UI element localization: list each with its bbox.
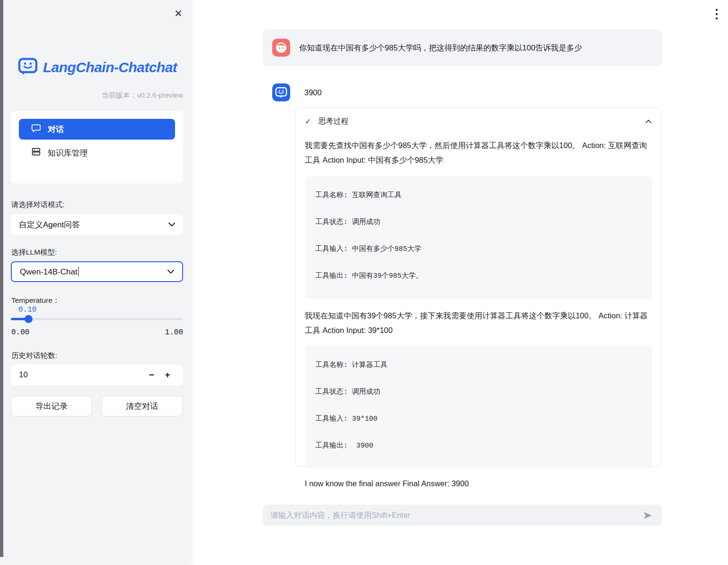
tool-line: 工具输入: 中国有多少个985大学 [315, 244, 642, 253]
sidebar-item-label: 知识库管理 [48, 148, 88, 158]
kebab-dot [716, 17, 718, 19]
clear-dialogue-button[interactable]: 清空对话 [101, 396, 183, 416]
final-answer-text: I now know the final answer Final Answer… [305, 479, 652, 488]
history-rounds-label: 历史对话轮数: [11, 351, 57, 361]
temperature-max: 1.00 [165, 328, 183, 337]
chevron-down-icon [168, 220, 176, 229]
sidebar-close-icon[interactable]: ✕ [171, 7, 185, 21]
kebab-dot [716, 9, 718, 11]
app-logo: LangChain-Chatchat [18, 58, 183, 77]
chevron-down-icon [167, 267, 175, 276]
llm-model-label: 选择LLM模型: [11, 248, 57, 258]
temperature-label: Temperature： [11, 296, 60, 306]
dialog-mode-select[interactable]: 自定义Agent问答 [11, 214, 183, 235]
tool-line: 工具输出: 中国有39个985大学。 [315, 271, 642, 280]
tool-line: 工具名称: 计算器工具 [315, 360, 642, 369]
database-stack-icon [31, 147, 41, 159]
thought-paragraph-1: 我需要先查找中国有多少个985大学，然后使用计算器工具将这个数字乘以100。 A… [305, 138, 652, 168]
user-avatar [272, 39, 290, 57]
expander-header[interactable]: ✓ 思考过程 [305, 108, 652, 134]
tool-line: 工具名称: 互联网查询工具 [315, 191, 642, 199]
main-area: 你知道现在中国有多少个985大学吗，把这得到的结果的数字乘以100告诉我是多少 … [192, 0, 728, 565]
version-value: v0.2.6-preview [137, 91, 183, 99]
tool-line: 工具状态: 调用成功 [315, 217, 642, 226]
check-icon: ✓ [305, 117, 311, 126]
tool-line: 工具输出: 3900 [315, 441, 642, 450]
sidebar-item-label: 对话 [48, 124, 64, 135]
kebab-dot [716, 13, 718, 15]
sidebar: ✕ LangChain-Chatchat 当前版本：v0.2.6-preview… [0, 0, 192, 565]
logo-chat-icon [18, 58, 38, 77]
history-rounds-value: 10 [19, 370, 28, 380]
slider-thumb[interactable] [25, 315, 33, 323]
bot-avatar [272, 83, 290, 101]
nav-card: 对话 知识库管理 [11, 111, 183, 183]
tool-line: 工具状态: 调用成功 [315, 387, 642, 396]
thought-paragraph-2: 我现在知道中国有39个985大学，接下来我需要使用计算器工具将这个数字乘以100… [305, 308, 652, 338]
history-rounds-input[interactable]: 10 − + [11, 365, 183, 385]
send-icon[interactable] [641, 509, 654, 522]
export-records-button[interactable]: 导出记录 [11, 396, 92, 416]
kebab-menu-icon[interactable] [711, 8, 722, 21]
chat-input[interactable]: 请输入对话内容，换行请使用Shift+Enter [263, 505, 662, 526]
logo-wordmark: LangChain-Chatchat [43, 59, 177, 75]
window-edge-strip [0, 0, 3, 557]
increment-button[interactable]: + [159, 367, 176, 383]
assistant-message-text: 3900 [304, 86, 322, 99]
chat-input-placeholder: 请输入对话内容，换行请使用Shift+Enter [270, 510, 641, 521]
version-text: 当前版本：v0.2.6-preview [9, 91, 183, 100]
thinking-expander: ✓ 思考过程 我需要先查找中国有多少个985大学，然后使用计算器工具将这个数字乘… [295, 108, 662, 467]
assistant-message: 3900 [263, 83, 662, 101]
temperature-min: 0.00 [11, 328, 29, 337]
chevron-up-icon[interactable] [645, 117, 652, 125]
decrement-button[interactable]: − [143, 367, 159, 383]
chat-bubble-icon [31, 123, 41, 135]
user-message-text: 你知道现在中国有多少个985大学吗，把这得到的结果的数字乘以100告诉我是多少 [299, 42, 582, 54]
text-cursor [78, 266, 79, 276]
tool-call-block-2: 工具名称: 计算器工具 工具状态: 调用成功 工具输入: 39*100 工具输出… [305, 346, 652, 469]
dialog-mode-value: 自定义Agent问答 [19, 219, 80, 230]
sidebar-item-dialogue[interactable]: 对话 [19, 119, 175, 140]
tool-line: 工具输入: 39*100 [315, 414, 642, 423]
temperature-slider[interactable] [11, 318, 183, 320]
expander-title: 思考过程 [318, 116, 638, 126]
tool-call-block-1: 工具名称: 互联网查询工具 工具状态: 调用成功 工具输入: 中国有多少个985… [305, 176, 652, 299]
user-message: 你知道现在中国有多少个985大学吗，把这得到的结果的数字乘以100告诉我是多少 [263, 29, 662, 66]
llm-model-value: Qwen-14B-Chat [20, 266, 79, 277]
sidebar-item-knowledge-base[interactable]: 知识库管理 [19, 142, 175, 163]
dialog-mode-label: 请选择对话模式: [11, 200, 65, 210]
version-label: 当前版本： [101, 91, 137, 99]
llm-model-select[interactable]: Qwen-14B-Chat [11, 261, 183, 282]
temperature-value: 0.10 [18, 306, 36, 314]
